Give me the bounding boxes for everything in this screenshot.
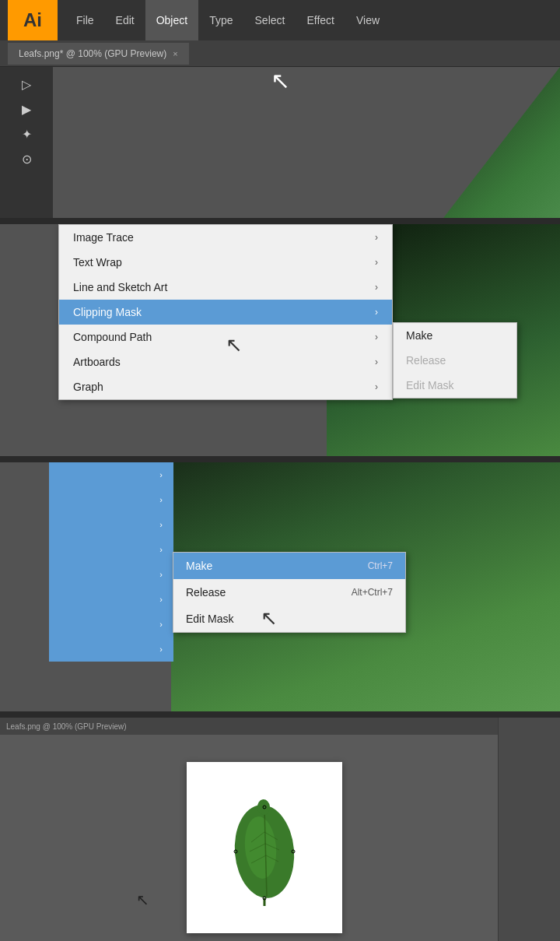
clipping-mask-release[interactable]: Release (394, 348, 516, 373)
clipping-mask-make[interactable]: Make (394, 323, 516, 348)
document-tab[interactable]: Leafs.png* @ 100% (GPU Preview) × (8, 43, 189, 65)
panel-3-submenu: › › › › › › › › Make Ctrl+7 Release Alt+… (0, 462, 560, 711)
tab-bar: Leafs.png* @ 100% (GPU Preview) × (0, 40, 560, 67)
submenu-panel-row-1: › (49, 462, 173, 487)
submenu-panel-left: › › › › › › › › (49, 462, 173, 662)
submenu-arrow: › (375, 332, 378, 342)
panel-separator-2 (0, 456, 560, 462)
submenu2-edit-mask-label: Edit Mask (186, 613, 233, 625)
toolbar-left: ▷ ▶ ✦ ⊙ (0, 67, 53, 218)
clipping-mask-submenu: Make Release Edit Mask (393, 322, 517, 399)
submenu-panel-row-6: › (49, 587, 173, 612)
panel-separator-3 (0, 711, 560, 718)
panel-1-menubar: Ai File Edit Object Type Select Effect V… (0, 0, 560, 218)
object-dropdown-menu: Image Trace › Text Wrap › Line and Sketc… (58, 224, 393, 400)
select-tool[interactable]: ▷ (14, 73, 39, 95)
submenu-panel-row-5: › (49, 562, 173, 587)
menu-item-artboards[interactable]: Artboards › (59, 349, 392, 374)
panel-4-canvas: Leafs.png @ 100% (GPU Preview) (0, 718, 560, 941)
submenu-panel-row-3: › (49, 512, 173, 537)
submenu-panel-row-4: › (49, 537, 173, 562)
submenu-arrow: › (375, 257, 378, 268)
lasso-tool[interactable]: ⊙ (14, 148, 39, 170)
leaf-image (222, 789, 307, 906)
menu-edit[interactable]: Edit (105, 0, 145, 40)
menu-bar: Ai File Edit Object Type Select Effect V… (0, 0, 560, 40)
submenu2-make-label: Make (186, 560, 212, 572)
panel-4-right-panel (498, 718, 560, 941)
tab-close-button[interactable]: × (173, 49, 177, 58)
menu-item-text-wrap[interactable]: Text Wrap › (59, 250, 392, 275)
cursor-pointer: ↖ (271, 67, 290, 94)
submenu2-make[interactable]: Make Ctrl+7 (173, 553, 405, 579)
panel-4-topbar-text: Leafs.png @ 100% (GPU Preview) (6, 722, 127, 731)
panel-2-object-menu: Image Trace › Text Wrap › Line and Sketc… (0, 224, 560, 456)
menu-item-label: Line and Sketch Art (73, 281, 167, 293)
menu-type[interactable]: Type (198, 0, 243, 40)
menu-item-label: Compound Path (73, 331, 152, 343)
panel-separator-1 (0, 218, 560, 224)
submenu-arrow: › (375, 232, 378, 243)
submenu2-make-shortcut: Ctrl+7 (368, 560, 393, 571)
menu-view[interactable]: View (345, 0, 390, 40)
canvas-area: ▷ ▶ ✦ ⊙ ↖ (0, 67, 560, 218)
tab-title: Leafs.png* @ 100% (GPU Preview) (19, 48, 166, 59)
submenu2-release-label: Release (186, 586, 226, 599)
menu-item-line-sketch[interactable]: Line and Sketch Art › (59, 275, 392, 300)
menu-item-label: Clipping Mask (73, 306, 142, 318)
menu-select[interactable]: Select (244, 0, 296, 40)
submenu-panel-row-8: › (49, 637, 173, 662)
cursor-4: ↖ (136, 890, 149, 909)
menu-item-label: Graph (73, 381, 103, 393)
menu-item-graph[interactable]: Graph › (59, 374, 392, 399)
magic-wand-tool[interactable]: ✦ (14, 123, 39, 145)
submenu2-edit-mask[interactable]: Edit Mask (173, 606, 405, 632)
submenu-panel-row-2: › (49, 487, 173, 512)
submenu-arrow: › (375, 356, 378, 367)
clipping-mask-submenu2: Make Ctrl+7 Release Alt+Ctrl+7 Edit Mask (173, 552, 406, 633)
clipping-mask-edit[interactable]: Edit Mask (394, 373, 516, 398)
submenu-arrow: › (375, 282, 378, 293)
menu-effect[interactable]: Effect (296, 0, 345, 40)
submenu2-release[interactable]: Release Alt+Ctrl+7 (173, 579, 405, 606)
menu-item-compound-path[interactable]: Compound Path › (59, 325, 392, 349)
menu-file[interactable]: File (65, 0, 105, 40)
artboard-canvas (187, 762, 342, 933)
direct-select-tool[interactable]: ▶ (14, 98, 39, 120)
ai-logo: Ai (8, 0, 58, 40)
menu-item-clipping-mask[interactable]: Clipping Mask › (59, 300, 392, 325)
canvas-background: ↖ (53, 67, 560, 218)
leaf-background-decoration (443, 67, 560, 218)
menu-item-image-trace[interactable]: Image Trace › (59, 225, 392, 250)
submenu-arrow: › (375, 307, 378, 318)
submenu-panel-row-7: › (49, 612, 173, 637)
panel-4-result: Leafs.png @ 100% (GPU Preview) (0, 718, 560, 941)
panel-4-topbar: Leafs.png @ 100% (GPU Preview) (0, 718, 560, 735)
menu-item-label: Image Trace (73, 231, 134, 244)
menu-item-label: Text Wrap (73, 256, 122, 269)
submenu2-release-shortcut: Alt+Ctrl+7 (352, 587, 393, 598)
submenu-arrow: › (375, 381, 378, 392)
menu-object[interactable]: Object (145, 0, 198, 40)
menu-item-label: Artboards (73, 356, 121, 368)
